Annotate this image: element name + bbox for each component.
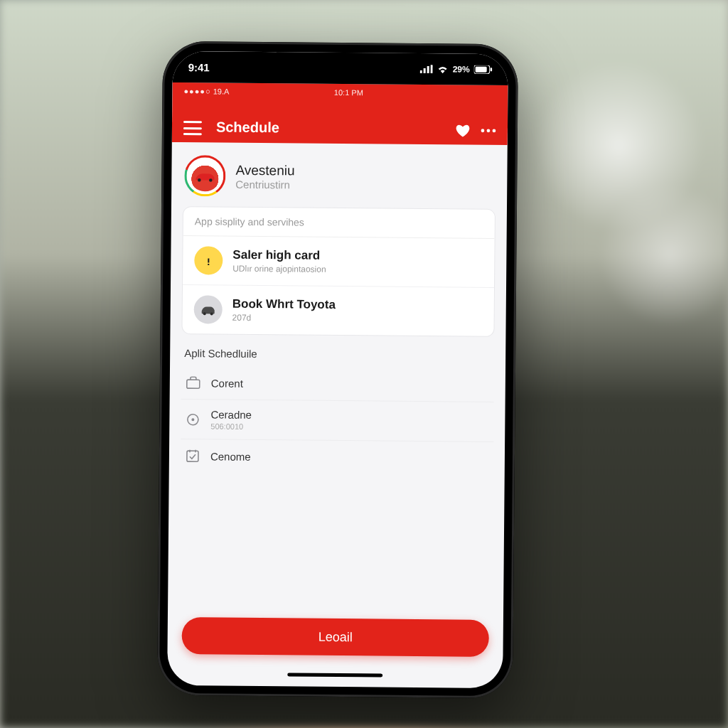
svg-rect-5 bbox=[476, 67, 487, 73]
schedule-item-label: Ceradne bbox=[210, 408, 252, 421]
svg-rect-19 bbox=[187, 451, 198, 461]
secondary-status-bar: ●●●●○ 19.A 10:1 PM bbox=[183, 87, 496, 98]
svg-rect-6 bbox=[491, 68, 493, 71]
app-header: ●●●●○ 19.A 10:1 PM Schedule bbox=[172, 82, 508, 145]
cellular-signal-icon bbox=[420, 65, 433, 73]
status-battery-pct: 29% bbox=[453, 64, 470, 74]
service-row-sub: UDlır orine ajopintaosion bbox=[232, 264, 326, 274]
profile-subtitle: Centriustirn bbox=[235, 178, 294, 191]
svg-point-7 bbox=[481, 129, 485, 132]
main-content: Avesteniu Centriustirn App sisplity and … bbox=[167, 142, 508, 688]
schedule-list: Corent Ceradne 506:0010 bbox=[181, 366, 494, 475]
phone-frame: 9:41 29% ●●●●○ 19.A 10:1 PM bbox=[157, 41, 518, 698]
briefcase-icon bbox=[186, 375, 201, 390]
schedule-item-label: Corent bbox=[211, 377, 243, 389]
profile-name: Avesteniu bbox=[235, 162, 294, 178]
services-card-header: App sisplity and servihes bbox=[183, 207, 495, 239]
menu-hamburger-icon[interactable] bbox=[183, 121, 202, 135]
svg-point-9 bbox=[493, 129, 496, 132]
wifi-icon bbox=[437, 65, 449, 73]
car-brand-icon bbox=[189, 160, 220, 191]
avatar bbox=[184, 155, 226, 197]
service-row-title: Saler high card bbox=[232, 248, 326, 263]
schedule-section-label: Aplit Schedluile bbox=[181, 344, 494, 369]
svg-point-15 bbox=[210, 312, 213, 315]
service-row-title: Book Whrt Toyota bbox=[232, 297, 336, 312]
svg-point-11 bbox=[209, 178, 213, 182]
svg-point-18 bbox=[191, 418, 194, 421]
car-icon bbox=[194, 295, 223, 323]
services-card: App sisplity and servihes Saler high car… bbox=[181, 206, 496, 337]
more-options-icon[interactable] bbox=[481, 129, 496, 133]
service-row-sub: 207d bbox=[232, 313, 336, 323]
svg-rect-1 bbox=[424, 68, 426, 73]
svg-point-8 bbox=[487, 129, 491, 132]
svg-point-10 bbox=[198, 178, 201, 182]
page-title: Schedule bbox=[213, 119, 455, 137]
battery-icon bbox=[474, 65, 493, 74]
calendar-check-icon bbox=[185, 448, 200, 464]
status-right-cluster: 29% bbox=[420, 64, 493, 75]
warning-icon bbox=[194, 246, 223, 274]
favorite-heart-icon[interactable] bbox=[455, 123, 471, 137]
schedule-item-cenome[interactable]: Cenome bbox=[181, 439, 493, 475]
schedule-item-sub: 506:0010 bbox=[210, 422, 252, 431]
phone-screen: 9:41 29% ●●●●○ 19.A 10:1 PM bbox=[167, 51, 508, 688]
svg-rect-16 bbox=[187, 380, 200, 388]
notch bbox=[277, 52, 405, 73]
profile-header[interactable]: Avesteniu Centriustirn bbox=[183, 152, 496, 209]
svg-rect-2 bbox=[427, 66, 429, 73]
svg-rect-0 bbox=[420, 70, 422, 73]
svg-point-14 bbox=[203, 312, 206, 315]
secondary-time: 10:1 PM bbox=[334, 88, 363, 97]
carrier-dots: ●●●●○ 19.A bbox=[183, 87, 229, 96]
schedule-item-ceradne[interactable]: Ceradne 506:0010 bbox=[181, 399, 493, 441]
schedule-item-current[interactable]: Corent bbox=[181, 366, 494, 402]
schedule-item-label: Cenome bbox=[210, 450, 251, 462]
status-time: 9:41 bbox=[188, 61, 210, 73]
svg-rect-12 bbox=[208, 258, 209, 262]
service-row-alert[interactable]: Saler high card UDlır orine ajopintaosio… bbox=[183, 236, 495, 287]
svg-rect-13 bbox=[208, 264, 209, 265]
svg-rect-3 bbox=[431, 65, 433, 73]
radio-icon bbox=[185, 412, 200, 427]
service-row-book[interactable]: Book Whrt Toyota 207d bbox=[182, 284, 494, 336]
primary-cta-button[interactable]: Leoail bbox=[182, 617, 489, 657]
